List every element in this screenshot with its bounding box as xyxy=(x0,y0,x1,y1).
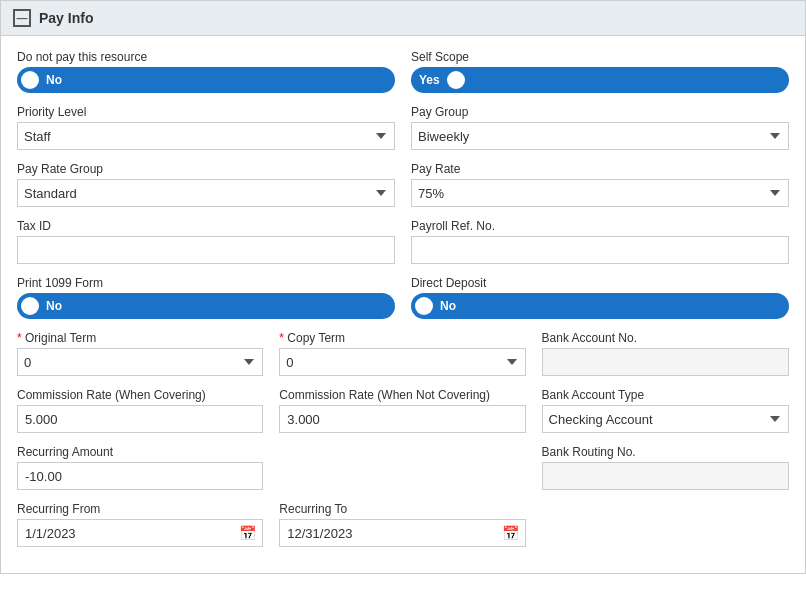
do-not-pay-col: Do not pay this resource No xyxy=(17,50,395,93)
commission-covering-label: Commission Rate (When Covering) xyxy=(17,388,263,402)
recurring-to-field: 📅 xyxy=(279,519,525,547)
bank-account-no-col: Bank Account No. xyxy=(542,331,789,376)
row-1: Do not pay this resource No Self Scope Y… xyxy=(17,50,789,93)
direct-deposit-label: Direct Deposit xyxy=(411,276,789,290)
bank-account-no-input[interactable] xyxy=(542,348,789,376)
tax-id-input[interactable] xyxy=(17,236,395,264)
tax-id-col: Tax ID xyxy=(17,219,395,264)
spacer-col-2 xyxy=(542,502,789,547)
toggle-knob-yes xyxy=(447,71,465,89)
pay-rate-group-select[interactable]: Standard Premium Basic xyxy=(17,179,395,207)
do-not-pay-toggle[interactable]: No xyxy=(17,67,395,93)
pay-rate-group-label: Pay Rate Group xyxy=(17,162,395,176)
print-1099-toggle[interactable]: No xyxy=(17,293,395,319)
original-term-select[interactable]: 0 1 2 3 xyxy=(17,348,263,376)
do-not-pay-label: Do not pay this resource xyxy=(17,50,395,64)
pay-group-col: Pay Group Biweekly Weekly Monthly xyxy=(411,105,789,150)
row-4: Tax ID Payroll Ref. No. xyxy=(17,219,789,264)
commission-not-covering-col: Commission Rate (When Not Covering) xyxy=(279,388,525,433)
recurring-amount-label: Recurring Amount xyxy=(17,445,263,459)
self-scope-value: Yes xyxy=(416,73,443,87)
pay-rate-col: Pay Rate 75% 100% 50% xyxy=(411,162,789,207)
recurring-to-input[interactable] xyxy=(280,520,495,546)
payroll-ref-col: Payroll Ref. No. xyxy=(411,219,789,264)
row-7: Commission Rate (When Covering) Commissi… xyxy=(17,388,789,433)
recurring-from-label: Recurring From xyxy=(17,502,263,516)
recurring-to-label: Recurring To xyxy=(279,502,525,516)
commission-not-covering-input[interactable] xyxy=(279,405,525,433)
row-3: Pay Rate Group Standard Premium Basic Pa… xyxy=(17,162,789,207)
do-not-pay-value: No xyxy=(43,73,65,87)
toggle-knob-dd xyxy=(415,297,433,315)
bank-routing-no-col: Bank Routing No. xyxy=(542,445,789,490)
row-9: Recurring From 📅 Recurring To 📅 xyxy=(17,502,789,547)
row-5: Print 1099 Form No Direct Deposit No xyxy=(17,276,789,319)
copy-term-col: Copy Term 0 1 2 3 xyxy=(279,331,525,376)
self-scope-toggle[interactable]: Yes xyxy=(411,67,789,93)
recurring-amount-input[interactable] xyxy=(17,462,263,490)
bank-routing-no-input[interactable] xyxy=(542,462,789,490)
copy-term-select[interactable]: 0 1 2 3 xyxy=(279,348,525,376)
priority-level-label: Priority Level xyxy=(17,105,395,119)
pay-group-select[interactable]: Biweekly Weekly Monthly xyxy=(411,122,789,150)
panel-header: — Pay Info xyxy=(1,1,805,36)
tax-id-label: Tax ID xyxy=(17,219,395,233)
print-1099-value: No xyxy=(43,299,65,313)
recurring-from-input[interactable] xyxy=(18,520,233,546)
bank-account-type-label: Bank Account Type xyxy=(542,388,789,402)
spacer-col xyxy=(279,445,525,490)
row-2: Priority Level Staff Senior Lead Pay Gro… xyxy=(17,105,789,150)
self-scope-label: Self Scope xyxy=(411,50,789,64)
collapse-icon[interactable]: — xyxy=(13,9,31,27)
panel-body: Do not pay this resource No Self Scope Y… xyxy=(1,36,805,573)
priority-level-select[interactable]: Staff Senior Lead xyxy=(17,122,395,150)
recurring-from-field: 📅 xyxy=(17,519,263,547)
original-term-col: Original Term 0 1 2 3 xyxy=(17,331,263,376)
direct-deposit-col: Direct Deposit No xyxy=(411,276,789,319)
copy-term-label: Copy Term xyxy=(279,331,525,345)
toggle-knob-no xyxy=(21,71,39,89)
bank-account-no-label: Bank Account No. xyxy=(542,331,789,345)
pay-rate-label: Pay Rate xyxy=(411,162,789,176)
recurring-amount-col: Recurring Amount xyxy=(17,445,263,490)
direct-deposit-toggle[interactable]: No xyxy=(411,293,789,319)
payroll-ref-input[interactable] xyxy=(411,236,789,264)
recurring-to-col: Recurring To 📅 xyxy=(279,502,525,547)
commission-covering-col: Commission Rate (When Covering) xyxy=(17,388,263,433)
print-1099-col: Print 1099 Form No xyxy=(17,276,395,319)
bank-account-type-col: Bank Account Type Checking Account Savin… xyxy=(542,388,789,433)
payroll-ref-label: Payroll Ref. No. xyxy=(411,219,789,233)
pay-info-panel: — Pay Info Do not pay this resource No S… xyxy=(0,0,806,574)
direct-deposit-value: No xyxy=(437,299,459,313)
toggle-knob-1099 xyxy=(21,297,39,315)
priority-level-col: Priority Level Staff Senior Lead xyxy=(17,105,395,150)
commission-covering-input[interactable] xyxy=(17,405,263,433)
pay-rate-group-col: Pay Rate Group Standard Premium Basic xyxy=(17,162,395,207)
row-6: Original Term 0 1 2 3 Copy Term 0 1 2 3 xyxy=(17,331,789,376)
recurring-from-col: Recurring From 📅 xyxy=(17,502,263,547)
recurring-to-calendar-icon[interactable]: 📅 xyxy=(496,525,525,541)
original-term-label: Original Term xyxy=(17,331,263,345)
bank-routing-no-label: Bank Routing No. xyxy=(542,445,789,459)
recurring-from-calendar-icon[interactable]: 📅 xyxy=(233,525,262,541)
pay-rate-select[interactable]: 75% 100% 50% xyxy=(411,179,789,207)
print-1099-label: Print 1099 Form xyxy=(17,276,395,290)
self-scope-col: Self Scope Yes xyxy=(411,50,789,93)
pay-group-label: Pay Group xyxy=(411,105,789,119)
bank-account-type-select[interactable]: Checking Account Savings Account xyxy=(542,405,789,433)
commission-not-covering-label: Commission Rate (When Not Covering) xyxy=(279,388,525,402)
row-8: Recurring Amount Bank Routing No. xyxy=(17,445,789,490)
panel-title: Pay Info xyxy=(39,10,93,26)
